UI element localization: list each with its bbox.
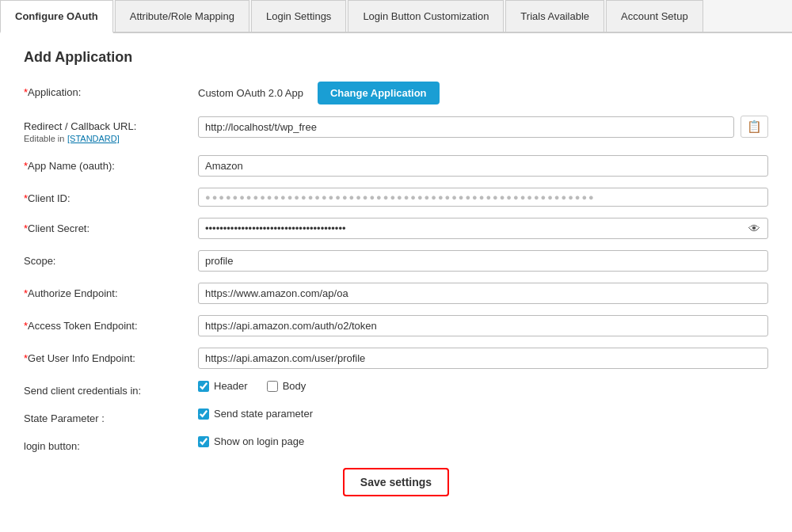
tab-login-settings[interactable]: Login Settings xyxy=(251,0,346,32)
scope-field xyxy=(198,250,768,272)
client-secret-row: *Client Secret: 👁 xyxy=(24,218,768,239)
client-id-label: *Client ID: xyxy=(24,188,198,204)
application-row: *Application: Custom OAuth 2.0 App Chang… xyxy=(24,82,768,104)
tabs-bar: Configure OAuth Attribute/Role Mapping L… xyxy=(0,0,792,33)
tab-configure-oauth[interactable]: Configure OAuth xyxy=(0,0,113,33)
user-info-row: *Get User Info Endpoint: xyxy=(24,348,768,369)
scope-row: Scope: xyxy=(24,250,768,272)
toggle-secret-visibility-button[interactable]: 👁 xyxy=(745,222,763,235)
app-name-row: *App Name (oauth): xyxy=(24,155,768,177)
body-checkbox-row: Body xyxy=(267,380,307,392)
tab-login-button-customization[interactable]: Login Button Customization xyxy=(348,0,504,32)
redirect-label: Redirect / Callback URL: Editable in [ST… xyxy=(24,116,198,144)
app-name-input[interactable] xyxy=(198,155,768,177)
user-info-input[interactable] xyxy=(198,348,768,369)
access-token-label: *Access Token Endpoint: xyxy=(24,315,198,332)
save-row: Save settings xyxy=(24,468,768,496)
copy-icon-button[interactable]: 📋 xyxy=(741,116,768,138)
state-param-field: Send state parameter xyxy=(198,408,768,420)
header-label: Header xyxy=(214,380,248,392)
authorize-endpoint-input[interactable] xyxy=(198,283,768,304)
state-param-label: State Parameter : xyxy=(24,408,198,424)
tab-trials-available[interactable]: Trials Available xyxy=(505,0,604,32)
authorize-endpoint-row: *Authorize Endpoint: xyxy=(24,283,768,304)
client-id-field xyxy=(198,188,768,207)
change-application-button[interactable]: Change Application xyxy=(318,82,440,104)
access-token-row: *Access Token Endpoint: xyxy=(24,315,768,336)
body-label: Body xyxy=(283,380,307,392)
state-param-checkbox-row: Send state parameter xyxy=(198,408,313,420)
client-secret-input[interactable] xyxy=(198,218,768,239)
user-info-label: *Get User Info Endpoint: xyxy=(24,348,198,364)
app-name-label: *App Name (oauth): xyxy=(24,155,198,172)
scope-label: Scope: xyxy=(24,250,198,267)
application-label: *Application: xyxy=(24,82,198,98)
tab-attribute-role-mapping[interactable]: Attribute/Role Mapping xyxy=(115,0,249,32)
app-name-field xyxy=(198,155,768,177)
main-content: Add Application *Application: Custom OAu… xyxy=(0,33,792,512)
header-checkbox[interactable] xyxy=(198,381,209,392)
send-credentials-label: Send client credentials in: xyxy=(24,380,198,397)
header-checkbox-row: Header xyxy=(198,380,248,392)
scope-input[interactable] xyxy=(198,250,768,272)
access-token-input[interactable] xyxy=(198,315,768,336)
login-button-label: login button: xyxy=(24,435,198,452)
user-info-field xyxy=(198,348,768,369)
show-login-checkbox-row: Show on login page xyxy=(198,435,304,447)
authorize-endpoint-field xyxy=(198,283,768,304)
state-param-row: State Parameter : Send state parameter xyxy=(24,408,768,424)
state-param-check-label: Send state parameter xyxy=(214,408,313,420)
login-button-row: login button: Show on login page xyxy=(24,435,768,452)
login-button-field: Show on login page xyxy=(198,435,768,447)
redirect-sub: Editable in xyxy=(24,134,64,143)
tab-account-setup[interactable]: Account Setup xyxy=(606,0,703,32)
redirect-link[interactable]: [STANDARD] xyxy=(67,134,120,143)
save-settings-button[interactable]: Save settings xyxy=(343,468,449,496)
redirect-input[interactable] xyxy=(198,116,734,138)
show-login-label: Show on login page xyxy=(214,435,304,447)
send-credentials-row: Send client credentials in: Header Body xyxy=(24,380,768,397)
client-id-row: *Client ID: xyxy=(24,188,768,207)
client-secret-field: 👁 xyxy=(198,218,768,239)
redirect-row: Redirect / Callback URL: Editable in [ST… xyxy=(24,116,768,144)
redirect-field: 📋 xyxy=(198,116,768,138)
application-field: Custom OAuth 2.0 App Change Application xyxy=(198,82,768,104)
page-title: Add Application xyxy=(24,49,768,66)
send-credentials-field: Header Body xyxy=(198,380,768,392)
state-param-checkbox[interactable] xyxy=(198,408,209,420)
show-login-checkbox[interactable] xyxy=(198,436,209,447)
application-value: Custom OAuth 2.0 App xyxy=(198,87,303,99)
body-checkbox[interactable] xyxy=(267,381,278,392)
client-secret-wrapper: 👁 xyxy=(198,218,768,239)
access-token-field xyxy=(198,315,768,336)
client-secret-label: *Client Secret: xyxy=(24,218,198,234)
authorize-endpoint-label: *Authorize Endpoint: xyxy=(24,283,198,299)
client-id-input[interactable] xyxy=(198,188,768,207)
